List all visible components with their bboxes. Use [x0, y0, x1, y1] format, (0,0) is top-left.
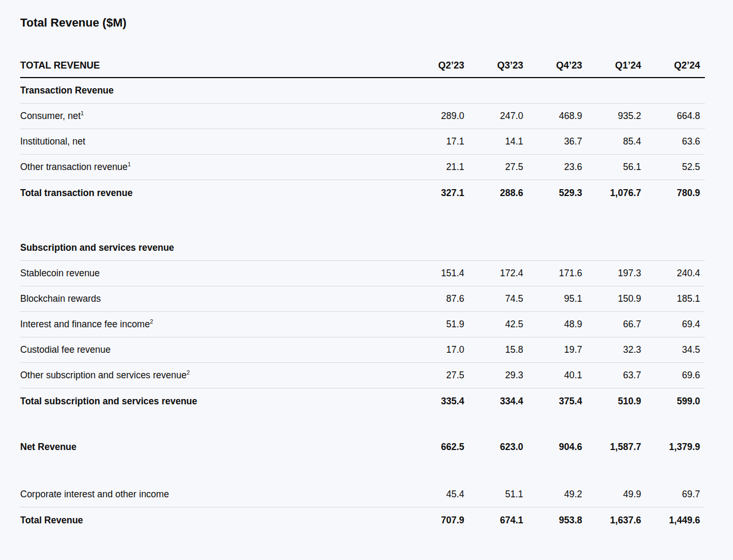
row-value: 49.9: [582, 489, 641, 500]
row-label-text: Institutional, net: [20, 136, 86, 147]
row-value: 85.4: [582, 136, 641, 147]
row-value: 27.5: [464, 162, 523, 173]
row-label: Transaction Revenue: [20, 85, 405, 96]
row-value: 172.4: [464, 268, 523, 279]
row-value: 780.9: [641, 188, 700, 199]
row-value: 17.0: [405, 344, 464, 355]
row-value: 935.2: [582, 111, 641, 122]
revenue-table-body: Transaction RevenueConsumer, net1289.024…: [20, 78, 705, 533]
footnote-marker: 1: [81, 110, 84, 116]
row-value: 289.0: [405, 111, 464, 122]
row-value: 63.6: [641, 136, 700, 147]
row-value: 327.1: [405, 188, 464, 199]
row-value: 40.1: [523, 370, 582, 381]
row-label: Custodial fee revenue: [20, 344, 405, 355]
row-label-text: Total subscription and services revenue: [20, 396, 197, 406]
column-header-q2-23: Q2’23: [405, 60, 464, 71]
row-label-text: Total transaction revenue: [20, 188, 133, 198]
column-header-q1-24: Q1’24: [582, 60, 641, 71]
row-value: 95.1: [523, 293, 582, 304]
table-row: Corporate interest and other income45.45…: [20, 482, 705, 507]
footnote-marker: 2: [150, 318, 153, 325]
row-value: 69.4: [641, 319, 700, 330]
table-row: Institutional, net17.114.136.785.463.6: [20, 129, 705, 155]
row-label-text: Custodial fee revenue: [20, 344, 110, 355]
row-label-text: Other subscription and services revenue: [20, 370, 186, 380]
row-value: 87.6: [405, 293, 464, 304]
row-value: 48.9: [523, 319, 582, 330]
row-value: 529.3: [523, 188, 582, 199]
row-label: Other transaction revenue1: [20, 162, 405, 173]
row-value: 23.6: [523, 162, 582, 173]
row-value: 27.5: [405, 370, 464, 381]
row-value: 674.1: [464, 515, 523, 526]
table-row: Custodial fee revenue17.015.819.732.334.…: [20, 337, 705, 363]
column-header-q3-23: Q3’23: [464, 60, 523, 71]
footnote-marker: 1: [127, 161, 131, 167]
row-value: 623.0: [464, 442, 523, 453]
table-row: Other transaction revenue121.127.523.656…: [20, 155, 705, 180]
row-value: 335.4: [405, 396, 464, 407]
row-label: Corporate interest and other income: [20, 489, 405, 500]
row-value: 334.4: [464, 396, 523, 407]
row-value: 468.9: [523, 111, 582, 122]
row-value: 247.0: [464, 111, 523, 122]
row-label: Total transaction revenue: [20, 188, 405, 199]
row-value: 34.5: [641, 344, 700, 355]
column-header-q4-23: Q4’23: [523, 60, 582, 71]
row-value: 19.7: [523, 344, 582, 355]
revenue-report-page: Total Revenue ($M) TOTAL REVENUE Q2’23 Q…: [0, 0, 733, 533]
table-row: Consumer, net1289.0247.0468.9935.2664.8: [20, 104, 705, 129]
row-label-text: Stablecoin revenue: [20, 268, 100, 278]
row-label: Other subscription and services revenue2: [20, 370, 405, 381]
row-value: 51.1: [464, 489, 523, 500]
footnote-marker: 2: [186, 369, 190, 376]
row-value: 953.8: [523, 515, 582, 526]
row-value: 1,637.6: [582, 515, 641, 526]
row-value: 1,449.6: [641, 515, 700, 526]
row-label: Total Revenue: [20, 515, 405, 526]
row-value: 1,076.7: [582, 188, 641, 199]
row-value: 151.4: [405, 268, 464, 279]
table-header-row: TOTAL REVENUE Q2’23 Q3’23 Q4’23 Q1’24 Q2…: [20, 57, 705, 78]
row-value: 51.9: [405, 319, 464, 330]
table-row: Stablecoin revenue151.4172.4171.6197.324…: [20, 261, 705, 286]
row-value: 664.8: [641, 111, 700, 122]
row-label: Interest and finance fee income2: [20, 319, 405, 330]
page-title: Total Revenue ($M): [20, 16, 705, 30]
row-value: 36.7: [523, 136, 582, 147]
row-label: Net Revenue: [20, 442, 405, 453]
row-value: 1,379.9: [641, 442, 700, 453]
row-value: 904.6: [523, 442, 582, 453]
row-value: 69.7: [641, 489, 700, 500]
row-value: 662.5: [405, 442, 464, 453]
section-total-row: Total transaction revenue327.1288.6529.3…: [20, 180, 705, 206]
row-label-text: Other transaction revenue: [20, 162, 127, 172]
row-value: 171.6: [523, 268, 582, 279]
row-label: Consumer, net1: [20, 111, 405, 122]
row-label-text: Consumer, net: [20, 111, 81, 121]
row-label-text: Blockchain rewards: [20, 293, 101, 304]
row-value: 599.0: [641, 396, 700, 407]
grand-total-row: Total Revenue707.9674.1953.81,637.61,449…: [20, 507, 705, 533]
row-value: 375.4: [523, 396, 582, 407]
row-value: 288.6: [464, 188, 523, 199]
table-section: Transaction RevenueConsumer, net1289.024…: [20, 78, 705, 206]
row-label-text: Total Revenue: [20, 515, 83, 525]
table-row: Other subscription and services revenue2…: [20, 363, 705, 388]
row-value: 707.9: [405, 515, 464, 526]
row-value: 197.3: [582, 268, 641, 279]
table-row: Interest and finance fee income251.942.5…: [20, 312, 705, 337]
row-label: Blockchain rewards: [20, 293, 405, 304]
table-section: Subscription and services revenueStablec…: [20, 235, 705, 414]
row-value: 56.1: [582, 162, 641, 173]
row-label-text: Interest and finance fee income: [20, 319, 150, 329]
row-label: Institutional, net: [20, 136, 405, 147]
row-value: 240.4: [641, 268, 700, 279]
total-revenue-block: Corporate interest and other income45.45…: [20, 482, 705, 533]
row-value: 185.1: [641, 293, 700, 304]
row-value: 74.5: [464, 293, 523, 304]
row-value: 150.9: [582, 293, 641, 304]
row-label: Subscription and services revenue: [20, 242, 405, 253]
row-value: 66.7: [582, 319, 641, 330]
